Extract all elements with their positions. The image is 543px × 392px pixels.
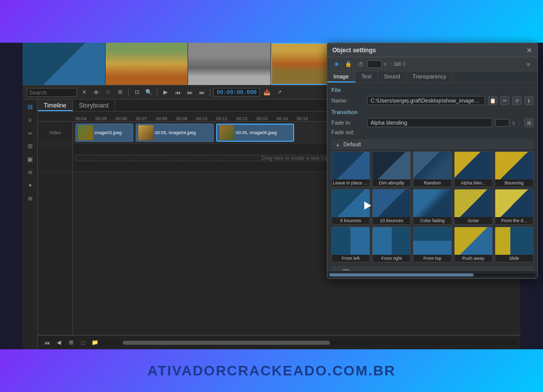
timecode-display: 00:00:00.000: [213, 88, 260, 96]
share-button[interactable]: ↗: [274, 87, 284, 97]
panel-title: Object settings: [332, 47, 376, 54]
transition-grid: Leave in place (do not hide) Dim abruptl…: [331, 151, 533, 262]
thumbnail-3[interactable]: [188, 43, 271, 85]
trans-grow-label: Grow: [455, 217, 492, 224]
panel-s-label: s: [384, 61, 386, 67]
trans-random-label: Random: [413, 179, 451, 186]
skip-end-button[interactable]: ⏭: [197, 87, 207, 97]
eye-button[interactable]: 👁: [91, 87, 101, 97]
thumbnail-2[interactable]: [106, 43, 189, 85]
edit-button[interactable]: ✏: [500, 96, 509, 105]
clip-label-2: 00:05, image04.jpeg: [155, 130, 196, 135]
trans-leave[interactable]: Leave in place (do not hide): [331, 151, 370, 187]
panel-num-field-1[interactable]: 5: [368, 60, 382, 68]
group-3d-header[interactable]: ▶ 3D: [331, 266, 533, 270]
fade-in-label: Fade in:: [331, 120, 364, 126]
sidebar-icon-grid[interactable]: ⊞: [25, 141, 36, 152]
transparency-tab-label: Transparency: [413, 73, 446, 79]
trans-10bounce-label: 10 bounces: [373, 217, 410, 224]
left-sidebar: ⊟ ≡ ═ ⊞ ▣ ≋ ✦ ⊕: [23, 100, 38, 349]
info-button[interactable]: ℹ: [524, 96, 533, 105]
ruler-tick-0: 00:04: [75, 116, 87, 121]
sidebar-icon-timeline[interactable]: ⊟: [25, 102, 36, 113]
add-media-button[interactable]: 📁: [90, 338, 100, 348]
track-label-audio: [38, 144, 73, 171]
sidebar-icon-layers[interactable]: ▣: [25, 154, 36, 165]
zoom-out-button[interactable]: □: [78, 338, 88, 348]
panel-more-button[interactable]: ≡: [523, 59, 533, 69]
sidebar-icon-media[interactable]: ═: [25, 128, 36, 139]
name-label: Name:: [331, 97, 364, 104]
trans-slide[interactable]: Slide: [495, 227, 533, 262]
trans-pushaway[interactable]: Push away: [454, 227, 493, 262]
trans-alpha[interactable]: Alpha blen...: [454, 151, 493, 187]
play-button[interactable]: ▶: [160, 87, 170, 97]
sidebar-icon-add[interactable]: ⊕: [25, 193, 36, 204]
panel-close-button[interactable]: ✕: [526, 46, 532, 54]
trans-fromtop[interactable]: From top: [413, 227, 451, 262]
panel-timer-button[interactable]: ⏱: [355, 59, 366, 69]
next-frame-button[interactable]: ⏭: [185, 87, 195, 97]
export-button[interactable]: 📤: [262, 87, 272, 97]
trans-bouncing[interactable]: Bouncing: [495, 151, 533, 187]
ruler-tick-6: 00:10: [196, 116, 208, 121]
panel-lock-button[interactable]: 🔒: [343, 59, 353, 69]
sidebar-icon-transitions[interactable]: ≋: [25, 167, 36, 178]
skip-start-button[interactable]: ⏮: [42, 338, 52, 348]
trans-10bounce[interactable]: 10 bounces: [372, 189, 411, 225]
tab-transparency[interactable]: Transparency: [407, 71, 453, 82]
sidebar-icon-effects[interactable]: ✦: [25, 180, 36, 191]
search-clear-button[interactable]: ✕: [79, 87, 89, 97]
prev-button[interactable]: ◀: [54, 338, 64, 348]
prev-frame-button[interactable]: ⏮: [172, 87, 183, 97]
trans-fromright[interactable]: From right: [372, 227, 411, 262]
fade-in-num[interactable]: 2: [495, 119, 509, 127]
top-gradient-bg: [0, 0, 543, 43]
star-button[interactable]: ☆: [103, 87, 113, 97]
fade-in-s: s: [512, 120, 515, 126]
settings-button[interactable]: ⚙: [115, 87, 125, 97]
trans-dim[interactable]: Dim abruptly: [372, 151, 411, 187]
clip-image06[interactable]: 00:05, image06.jpeg: [216, 124, 294, 142]
fade-in-expand-button[interactable]: ⊞: [524, 118, 533, 127]
trans-fromd[interactable]: From the d...: [495, 189, 533, 225]
trans-random[interactable]: Random: [413, 151, 451, 187]
trans-slide-label: Slide: [495, 255, 533, 262]
zoom-fit-button[interactable]: ⊡: [132, 87, 142, 97]
default-group-label: Default: [343, 141, 361, 147]
timeline-scrollbar[interactable]: [102, 341, 516, 345]
trans-fromtop-label: From top: [413, 255, 451, 262]
timeline-scrollbar-thumb: [123, 341, 330, 345]
search-input[interactable]: [27, 88, 77, 97]
panel-scrollbar[interactable]: [329, 273, 535, 276]
clip-thumb-1: [78, 125, 93, 140]
panel-key-label: ⌨: [394, 61, 401, 67]
trans-5bounce[interactable]: 5 bounces: [331, 189, 370, 225]
clip-thumb-3: [219, 125, 234, 140]
panel-tabs: Image Text Sound Transparency: [327, 71, 537, 83]
thumbnail-1[interactable]: [23, 43, 106, 85]
ruler-tick-9: 00:13: [256, 116, 268, 121]
tab-text[interactable]: Text: [355, 71, 378, 82]
trans-colorfade[interactable]: Color fading: [413, 189, 451, 225]
trans-grow[interactable]: Grow: [454, 189, 493, 225]
fade-out-row: Fade out:: [331, 129, 533, 135]
tab-image[interactable]: Image: [327, 71, 355, 82]
tab-storyboard[interactable]: Storyboard: [73, 100, 115, 111]
sidebar-icon-storyboard[interactable]: ≡: [25, 115, 36, 126]
clip-image04[interactable]: 00:05, image04.jpeg: [136, 124, 214, 142]
refresh-button[interactable]: ↺: [512, 96, 521, 105]
panel-eye-button[interactable]: 👁: [331, 59, 341, 69]
trans-fromleft[interactable]: From left: [331, 227, 370, 262]
search2-button[interactable]: 🔍: [144, 87, 154, 97]
default-group-header[interactable]: ▲ Default: [331, 139, 533, 149]
panel-content: File Name: C:\Users\sergej.graf\Desktop\…: [327, 83, 537, 270]
copy-path-button[interactable]: 📋: [488, 96, 497, 105]
clip-label-3: 00:05, image06.jpeg: [236, 130, 277, 135]
fade-in-dropdown[interactable]: Alpha blending: [367, 118, 492, 127]
clip-image03[interactable]: image03.jpeg: [75, 124, 133, 142]
track-label-empty: [38, 172, 73, 335]
tab-timeline[interactable]: Timeline: [38, 100, 73, 111]
zoom-in-button[interactable]: ⊞: [66, 338, 76, 348]
tab-sound[interactable]: Sound: [378, 71, 407, 82]
